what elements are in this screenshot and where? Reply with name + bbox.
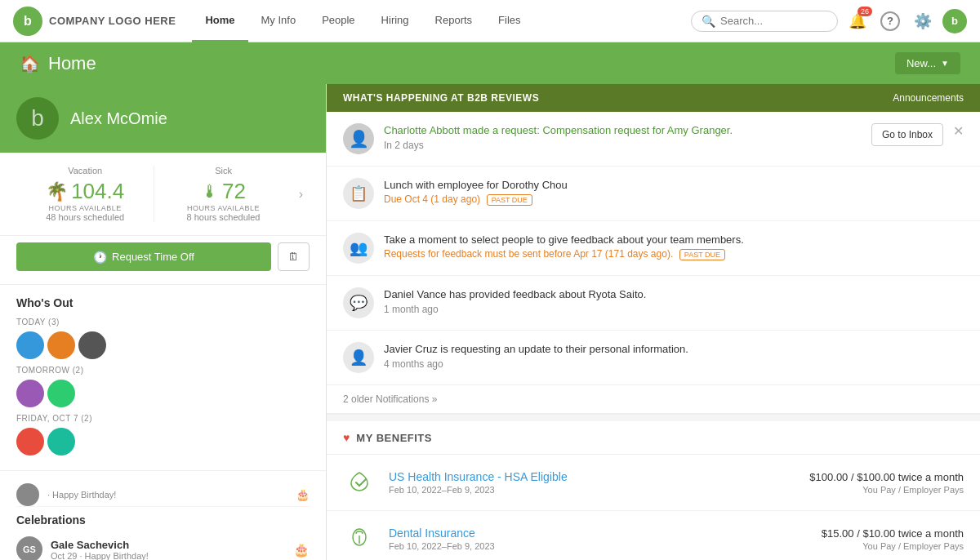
notif-content-5: Javier Cruz is requesting an update to t…	[384, 342, 964, 370]
notif-sub-3: Requests for feedback must be sent befor…	[384, 248, 673, 260]
search-input[interactable]	[720, 15, 818, 27]
request-time-off-button[interactable]: 🕐 Request Time Off	[16, 242, 271, 271]
avatar-person-5	[47, 380, 75, 407]
notifications-header: WHAT'S HAPPENING AT B2B REVIEWS Announce…	[327, 84, 980, 112]
benefit-info-1: US Health Insurance - HSA Eligible Feb 1…	[389, 470, 796, 495]
avatar-person-2	[47, 331, 75, 359]
tomorrow-label: TOMORROW (2)	[16, 366, 310, 375]
benefit-dates-2: Feb 10, 2022–Feb 9, 2023	[389, 541, 808, 551]
home-icon: 🏠	[20, 54, 40, 73]
help-icon: ?	[880, 11, 900, 31]
celebration-name-1: Gale Sachevich	[51, 539, 149, 551]
gear-icon: ⚙️	[914, 12, 932, 30]
notif-text-2: Lunch with employee for Dorothy Chou	[384, 178, 964, 193]
avatar-icon: b	[31, 105, 44, 131]
logo-icon: b	[13, 7, 42, 36]
benefit-name-1[interactable]: US Health Insurance - HSA Eligible	[389, 470, 796, 483]
today-label: TODAY (3)	[16, 318, 310, 327]
partial-celebration-icon: 🎂	[296, 488, 310, 501]
help-btn[interactable]: ?	[877, 8, 903, 34]
vacation-label: Vacation	[24, 166, 145, 176]
notif-text-5: Javier Cruz is requesting an update to t…	[384, 342, 964, 357]
notification-item-1: 👤 Charlotte Abbott made a request: Compe…	[327, 112, 980, 167]
avatar-person-3	[78, 331, 106, 359]
notif-content-1: Charlotte Abbott made a request: Compens…	[384, 123, 862, 151]
benefit-amount-2: $15.00 / $10.00 twice a month	[822, 527, 964, 540]
notif-avatar-1: 👤	[343, 123, 374, 154]
celebration-item-1: GS Gale Sachevich Oct 29 · Happy Birthda…	[16, 531, 310, 560]
calculator-icon: 🗓	[288, 251, 299, 263]
notification-close-1[interactable]: ✕	[953, 123, 964, 139]
heart-icon: ♥	[343, 431, 350, 444]
announcements-link[interactable]: Announcements	[893, 92, 964, 104]
request-btn-row: 🕐 Request Time Off 🗓	[0, 236, 326, 285]
vacation-scheduled: 48 hours scheduled	[24, 212, 145, 222]
nav-hiring[interactable]: Hiring	[368, 0, 422, 42]
sick-available-label: HOURS AVAILABLE	[163, 204, 283, 212]
nav-reports[interactable]: Reports	[422, 0, 486, 42]
celebrations-section: · Happy Birthday! 🎂 Celebrations GS Gale…	[0, 471, 326, 560]
notif-sub-1: In 2 days	[384, 140, 862, 151]
notifications-card: WHAT'S HAPPENING AT B2B REVIEWS Announce…	[327, 84, 980, 415]
go-to-inbox-button[interactable]: Go to Inbox	[871, 123, 943, 146]
user-avatar-btn[interactable]: b	[942, 9, 967, 33]
older-notifications-link[interactable]: 2 older Notifications »	[327, 385, 980, 414]
notification-item-3: 👥 Take a moment to select people to give…	[327, 221, 980, 276]
past-due-badge-1: PAST DUE	[487, 194, 532, 206]
whos-out-title: Who's Out	[16, 296, 310, 309]
notif-sub-4: 1 month ago	[384, 304, 964, 315]
benefit-info-2: Dental Insurance Feb 10, 2022–Feb 9, 202…	[389, 527, 808, 551]
notif-content-4: Daniel Vance has provided feedback about…	[384, 287, 964, 315]
calculator-button[interactable]: 🗓	[278, 242, 310, 271]
sick-label: Sick	[163, 166, 283, 176]
notif-avatar-2: 📋	[343, 178, 374, 209]
nav-myinfo[interactable]: My Info	[248, 0, 310, 42]
vacation-icon: 🌴	[46, 181, 68, 202]
avatar-person-4	[16, 380, 44, 407]
new-button[interactable]: New... ▼	[895, 52, 960, 74]
partial-avatar	[16, 483, 39, 506]
notification-item-5: 👤 Javier Cruz is requesting an update to…	[327, 331, 980, 385]
vacation-hours: 104.4	[71, 179, 124, 204]
benefit-name-2[interactable]: Dental Insurance	[389, 527, 808, 540]
notification-badge: 26	[858, 7, 872, 16]
page-title: Home	[48, 53, 96, 74]
benefit-amount-1: $100.00 / $100.00 twice a month	[809, 471, 964, 483]
clock-icon: 🕐	[93, 251, 107, 264]
sick-card: Sick 🌡 72 HOURS AVAILABLE 8 hours schedu…	[154, 166, 292, 222]
notif-sub-2: Due Oct 4 (1 day ago)	[384, 193, 480, 205]
profile-avatar: b	[16, 97, 59, 140]
benefit-pay-label-2: You Pay / Employer Pays	[822, 541, 964, 551]
benefits-section: ♥ MY BENEFITS US Health Insurance - HSA …	[327, 421, 980, 560]
health-insurance-icon	[343, 466, 376, 499]
past-due-badge-2: PAST DUE	[679, 249, 725, 260]
nav-right: 🔍 🔔 26 ? ⚙️ b	[691, 8, 967, 34]
vacation-available-label: HOURS AVAILABLE	[24, 204, 145, 212]
sick-scheduled: 8 hours scheduled	[163, 212, 283, 222]
nav-people[interactable]: People	[309, 0, 368, 42]
celebration-gift-icon-1: 🎂	[293, 542, 310, 558]
benefit-item-2: Dental Insurance Feb 10, 2022–Feb 9, 202…	[327, 511, 980, 560]
nav-files[interactable]: Files	[485, 0, 533, 42]
search-icon: 🔍	[702, 15, 715, 28]
notif-avatar-5: 👤	[343, 342, 374, 373]
friday-avatars	[16, 428, 310, 456]
nav-home[interactable]: Home	[192, 0, 247, 42]
notif-avatar-4: 💬	[343, 287, 374, 318]
benefit-cost-2: $15.00 / $10.00 twice a month You Pay / …	[822, 527, 964, 551]
dropdown-arrow-icon: ▼	[941, 59, 949, 68]
today-avatars	[16, 331, 310, 359]
notif-text-4: Daniel Vance has provided feedback about…	[384, 287, 964, 302]
notification-bell-btn[interactable]: 🔔 26	[844, 8, 871, 34]
celebration-date-1: Oct 29 · Happy Birthday!	[51, 551, 149, 561]
dental-insurance-icon	[343, 522, 376, 555]
sick-hours: 72	[222, 179, 246, 204]
notif-content-3: Take a moment to select people to give f…	[384, 233, 964, 260]
benefits-header: ♥ MY BENEFITS	[327, 421, 980, 455]
page-header: 🏠 Home New... ▼	[0, 42, 980, 84]
time-off-chevron-icon[interactable]: ›	[292, 187, 310, 202]
settings-btn[interactable]: ⚙️	[910, 8, 936, 34]
benefit-dates-1: Feb 10, 2022–Feb 9, 2023	[389, 485, 796, 495]
logo-text: COMPANY LOGO HERE	[49, 15, 176, 27]
left-panel: b Alex McOmie Vacation 🌴 104.4 HOURS AVA…	[0, 84, 327, 560]
